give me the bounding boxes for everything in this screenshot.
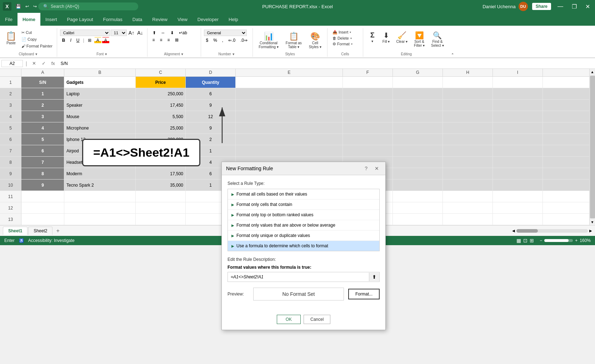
cell-a2[interactable]: 1	[21, 88, 64, 99]
center-align-button[interactable]: ≡	[158, 37, 165, 43]
rule-item-5[interactable]: ▶ Use a formula to determine which cells…	[228, 241, 379, 251]
left-align-button[interactable]: ≡	[150, 37, 157, 43]
row-header-3[interactable]: 3	[0, 100, 21, 111]
cell-h12[interactable]	[443, 202, 493, 213]
cell-i3[interactable]	[493, 100, 543, 111]
cell-g11[interactable]	[393, 191, 443, 202]
cell-b5[interactable]: Microphone	[64, 122, 136, 133]
autosum-button[interactable]: Σ ▾	[366, 30, 379, 45]
tab-insert[interactable]: Insert	[40, 13, 62, 26]
cell-e7[interactable]	[236, 145, 343, 156]
scroll-thumb[interactable]	[590, 76, 595, 218]
cell-a4[interactable]: 3	[21, 111, 64, 122]
cell-reference-input[interactable]	[1, 60, 23, 67]
horizontal-scroll-thumb[interactable]	[516, 229, 538, 233]
wrap-text-button[interactable]: ↵ab	[177, 30, 189, 36]
cell-a6[interactable]: 5	[21, 134, 64, 145]
redo-button[interactable]: ↪	[32, 3, 38, 10]
cell-e5[interactable]	[236, 122, 343, 133]
cell-h4[interactable]	[443, 111, 493, 122]
cell-g3[interactable]	[393, 100, 443, 111]
page-layout-view-button[interactable]: ⊡	[523, 238, 528, 243]
format-button[interactable]: Format...	[348, 289, 380, 299]
cell-h7[interactable]	[443, 145, 493, 156]
cell-g4[interactable]	[393, 111, 443, 122]
cell-f3[interactable]	[343, 100, 393, 111]
minimize-button[interactable]: —	[555, 2, 565, 10]
tab-home[interactable]: Home	[18, 13, 40, 26]
row-header-13[interactable]: 13	[0, 214, 21, 225]
cell-h2[interactable]	[443, 88, 493, 99]
row-header-9[interactable]: 9	[0, 168, 21, 180]
decrease-decimal-button[interactable]: ⇐.0	[226, 37, 238, 44]
comma-button[interactable]: ,	[220, 37, 225, 44]
cell-i10[interactable]	[493, 180, 543, 191]
cell-g8[interactable]	[393, 157, 443, 168]
cell-h6[interactable]	[443, 134, 493, 145]
cell-i5[interactable]	[493, 122, 543, 133]
cell-f7[interactable]	[343, 145, 393, 156]
copy-button[interactable]: 📄 Copy	[20, 36, 54, 42]
scroll-down-button[interactable]: ▼	[590, 219, 595, 225]
font-name-select[interactable]: Calibri	[60, 30, 110, 36]
ribbon-collapse-button[interactable]: ⌃	[450, 53, 455, 57]
conditional-formatting-button[interactable]: 📊 Conditional Formatting ▾	[256, 30, 281, 50]
scroll-left-button[interactable]: ◀	[512, 229, 515, 233]
row-header-12[interactable]: 12	[0, 202, 21, 214]
col-header-f[interactable]: F	[343, 69, 393, 76]
scroll-up-button[interactable]: ▲	[590, 69, 595, 75]
row-header-8[interactable]: 8	[0, 157, 21, 168]
tab-developer[interactable]: Developer	[192, 13, 224, 26]
rule-item-3[interactable]: ▶ Format only values that are above or b…	[228, 220, 379, 231]
col-header-e[interactable]: E	[236, 69, 343, 76]
cell-b13[interactable]	[64, 214, 136, 225]
cell-a1[interactable]: S/N	[21, 77, 64, 88]
middle-align-button[interactable]: ↔	[159, 30, 168, 36]
cell-a8[interactable]: 7	[21, 157, 64, 168]
font-size-increase[interactable]: A↑	[128, 30, 135, 36]
formula-value-input[interactable]	[228, 272, 369, 282]
bold-button[interactable]: B	[60, 37, 68, 44]
vertical-scrollbar[interactable]: ▲ ▼	[589, 69, 595, 225]
tab-review[interactable]: Review	[147, 13, 172, 26]
cell-e6[interactable]	[236, 134, 343, 145]
cell-h10[interactable]	[443, 180, 493, 191]
cell-c11[interactable]	[136, 191, 186, 202]
cell-h11[interactable]	[443, 191, 493, 202]
merge-button[interactable]: ⊠	[173, 37, 181, 43]
cell-a3[interactable]: 2	[21, 100, 64, 111]
zoom-slider[interactable]	[544, 239, 573, 242]
sheet-tab-sheet2[interactable]: Sheet2	[28, 227, 52, 235]
row-header-5[interactable]: 5	[0, 122, 21, 134]
italic-button[interactable]: I	[68, 37, 73, 44]
cell-g9[interactable]	[393, 168, 443, 179]
cell-a12[interactable]	[21, 202, 64, 213]
row-header-7[interactable]: 7	[0, 145, 21, 157]
increase-decimal-button[interactable]: .0⇒	[238, 37, 250, 44]
cell-g6[interactable]	[393, 134, 443, 145]
percent-button[interactable]: %	[211, 37, 219, 44]
cell-c2[interactable]: 250,000	[136, 88, 186, 99]
cell-b9[interactable]: Moderm	[64, 168, 136, 179]
cell-i7[interactable]	[493, 145, 543, 156]
dialog-close-button[interactable]: ✕	[372, 165, 381, 172]
borders-button[interactable]: ⊞	[86, 37, 94, 44]
cell-styles-button[interactable]: 🎨 Cell Styles ▾	[306, 30, 324, 50]
cell-g7[interactable]	[393, 145, 443, 156]
share-button[interactable]: Share	[532, 3, 551, 10]
cell-b2[interactable]: Laptop	[64, 88, 136, 99]
function-wizard-btn[interactable]: fx	[49, 60, 57, 67]
cell-g12[interactable]	[393, 202, 443, 213]
number-format-select[interactable]: General	[204, 30, 247, 36]
rule-item-2[interactable]: ▶ Format only top or bottom ranked value…	[228, 210, 379, 220]
cell-h9[interactable]	[443, 168, 493, 179]
cell-f2[interactable]	[343, 88, 393, 99]
currency-button[interactable]: $	[204, 37, 211, 44]
cell-i11[interactable]	[493, 191, 543, 202]
cell-i1[interactable]	[493, 77, 543, 88]
col-header-b[interactable]: B	[64, 69, 136, 76]
cell-h1[interactable]	[443, 77, 493, 88]
cell-d1[interactable]: Quantity	[186, 77, 236, 88]
sort-filter-button[interactable]: 🔽 Sort & Filter ▾	[411, 30, 428, 49]
cell-c9[interactable]: 17,500	[136, 168, 186, 179]
